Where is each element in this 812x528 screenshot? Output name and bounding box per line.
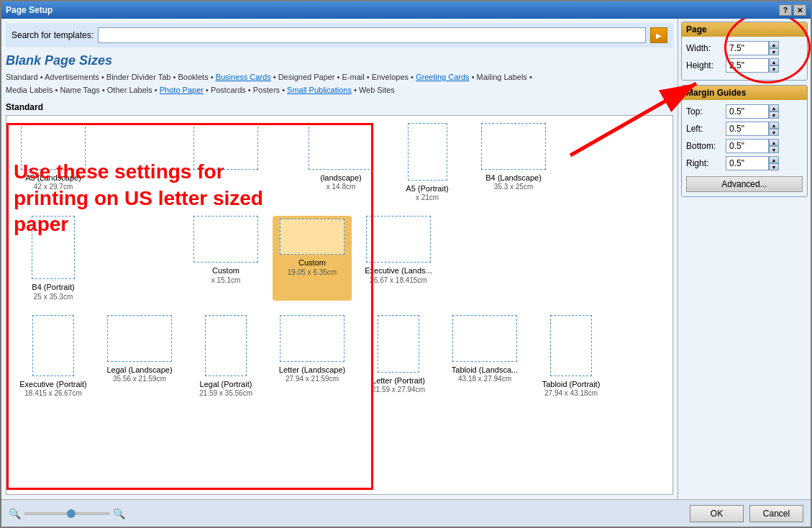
cat-email[interactable]: E-mail: [342, 73, 365, 81]
right-input[interactable]: [726, 156, 769, 170]
bottom-bar: 🔍 🔍 OK Cancel: [1, 499, 811, 527]
list-item[interactable]: [186, 123, 265, 201]
width-up-button[interactable]: ▲: [769, 41, 779, 48]
right-panel: Page Width: ▲ ▼ Height:: [678, 19, 811, 499]
top-down-button[interactable]: ▼: [769, 111, 779, 119]
cat-posters[interactable]: Posters: [253, 86, 280, 94]
search-arrow-icon: ▶: [656, 32, 662, 40]
title-bar: Page Setup ? ✕: [1, 1, 811, 19]
cat-booklets[interactable]: Booklets: [178, 73, 208, 81]
list-item[interactable]: Legal (Landscape) 35.56 x 21.59cm: [100, 315, 179, 397]
list-item[interactable]: A3 (Landscape) 42 x 29.7cm: [14, 123, 93, 201]
page-thumbnail: [205, 315, 247, 376]
cat-advertisements[interactable]: Advertisements: [45, 73, 99, 81]
bottom-down-button[interactable]: ▼: [769, 146, 779, 153]
right-row: Right: ▲ ▼: [686, 156, 803, 170]
width-input[interactable]: [726, 41, 769, 55]
cat-standard[interactable]: Standard: [6, 73, 38, 81]
page-thumbnail: [32, 315, 74, 376]
cancel-button[interactable]: Cancel: [749, 505, 803, 522]
list-item[interactable]: Custom 19.05 x 6.35cm: [273, 216, 352, 300]
height-down-button[interactable]: ▼: [769, 65, 779, 73]
bottom-input[interactable]: [726, 139, 769, 153]
left-row: Left: ▲ ▼: [686, 122, 803, 136]
cat-envelopes[interactable]: Envelopes: [372, 73, 409, 81]
ok-button[interactable]: OK: [690, 505, 744, 522]
title-bar-left: Page Setup: [6, 5, 53, 15]
top-up-button[interactable]: ▲: [769, 104, 779, 111]
cat-greeting-cards[interactable]: Greeting Cards: [416, 73, 470, 81]
close-button[interactable]: ✕: [793, 4, 806, 16]
list-item[interactable]: Executive (Portrait) 18.415 x 26.67cm: [14, 315, 93, 397]
list-item[interactable]: Letter (Landscape) 27.94 x 21.59cm: [273, 315, 352, 397]
cat-web-sites[interactable]: Web Sites: [359, 86, 395, 94]
page-section-header: Page: [682, 22, 807, 37]
bottom-input-group: ▲ ▼: [726, 139, 803, 153]
list-item[interactable]: (landscape) x 14.8cm: [301, 123, 380, 201]
top-spinner: ▲ ▼: [769, 104, 779, 119]
top-input-group: ▲ ▼: [726, 104, 803, 119]
cat-binder[interactable]: Binder Divider Tab: [106, 73, 171, 81]
cat-mailing-labels[interactable]: Mailing Labels: [477, 73, 527, 81]
top-input[interactable]: [726, 104, 769, 119]
dialog-buttons: OK Cancel: [690, 505, 803, 522]
width-row: Width: ▲ ▼: [686, 41, 803, 55]
height-label: Height:: [686, 60, 726, 70]
list-item[interactable]: B4 (Portrait) 25 x 35.3cm: [14, 216, 93, 300]
list-item[interactable]: Tabloid (Landsca... 43.18 x 27.94cm: [445, 315, 524, 397]
cat-business-cards[interactable]: Business Cards: [216, 73, 271, 81]
title-bar-buttons: ? ✕: [779, 4, 806, 16]
page-thumbnail: [378, 315, 419, 373]
help-button[interactable]: ?: [779, 4, 792, 16]
height-up-button[interactable]: ▲: [769, 58, 779, 65]
advanced-button[interactable]: Advanced...: [686, 176, 803, 192]
page-thumbnail: [481, 123, 546, 170]
left-input[interactable]: [726, 122, 769, 136]
left-up-button[interactable]: ▲: [769, 122, 779, 129]
cat-postcards[interactable]: Postcards: [211, 86, 246, 94]
height-input[interactable]: [726, 58, 769, 73]
width-down-button[interactable]: ▼: [769, 48, 779, 55]
zoom-slider[interactable]: [24, 512, 110, 515]
cat-photo-paper[interactable]: Photo Paper: [160, 86, 204, 94]
cat-small-publications[interactable]: Small Publications: [287, 86, 352, 94]
cat-media-labels[interactable]: Media Labels: [6, 86, 53, 94]
left-spinner: ▲ ▼: [769, 122, 779, 136]
zoom-out-icon[interactable]: 🔍: [9, 508, 21, 519]
page-thumbnail: [280, 219, 345, 255]
cat-other-labels[interactable]: Other Labels: [107, 86, 152, 94]
page-thumbnail: [452, 315, 517, 362]
right-down-button[interactable]: ▼: [769, 163, 779, 170]
search-button[interactable]: ▶: [650, 27, 667, 43]
page-thumbnail: [193, 216, 258, 263]
right-up-button[interactable]: ▲: [769, 156, 779, 163]
search-input[interactable]: [98, 27, 646, 43]
bottom-up-button[interactable]: ▲: [769, 139, 779, 146]
bottom-label: Bottom:: [686, 141, 726, 151]
zoom-in-icon[interactable]: 🔍: [113, 508, 125, 519]
page-thumbnail: [366, 216, 431, 263]
page-section-body: Width: ▲ ▼ Height:: [682, 37, 807, 80]
section-label: Standard: [6, 102, 673, 112]
page-thumbnail: [309, 123, 373, 170]
cat-designed-paper[interactable]: Designed Paper: [278, 73, 335, 81]
list-item[interactable]: Custom x 15.1cm: [186, 216, 265, 300]
list-item[interactable]: Executive (Lands... 26.67 x 18.415cm: [359, 216, 438, 300]
height-input-group: ▲ ▼: [726, 58, 803, 73]
height-row: Height: ▲ ▼: [686, 58, 803, 73]
list-item[interactable]: Tabloid (Portrait) 27.94 x 43.18cm: [532, 315, 611, 397]
page-grid-scroll[interactable]: Use these settings for printing on US le…: [6, 115, 673, 495]
category-links: Standard • Advertisements • Binder Divid…: [6, 71, 673, 96]
page-thumbnail: [280, 315, 345, 362]
left-down-button[interactable]: ▼: [769, 129, 779, 136]
list-item[interactable]: Letter (Portrait) 21.59 x 27.94cm: [359, 315, 438, 397]
page-section: Page Width: ▲ ▼ Height:: [681, 22, 808, 81]
list-item[interactable]: A5 (Portrait) x 21cm: [388, 123, 467, 201]
cat-name-tags[interactable]: Name Tags: [60, 86, 99, 94]
left-panel: Search for templates: ▶ Blank Page Sizes…: [1, 19, 678, 499]
zoom-thumb[interactable]: [67, 509, 76, 518]
page-thumbnail: [193, 123, 258, 170]
list-item[interactable]: B4 (Landscape) 35.3 x 25cm: [474, 123, 553, 201]
list-item[interactable]: Legal (Portrait) 21.59 x 35.56cm: [186, 315, 265, 397]
page-thumbnail: [550, 315, 592, 376]
